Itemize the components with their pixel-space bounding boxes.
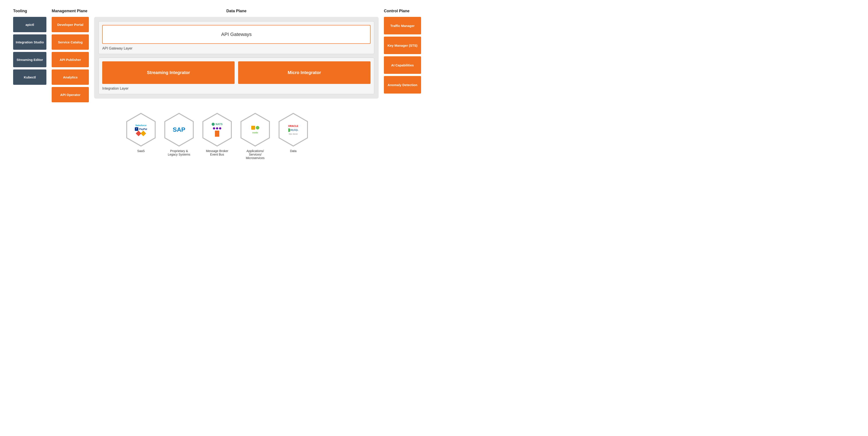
integration-layer-label: Integration Layer <box>102 87 371 90</box>
integration-boxes: Streaming Integrator Micro Integrator <box>102 61 371 84</box>
data-logos: ORACLE MySQL SQL Server <box>279 114 307 145</box>
control-traffic-manager[interactable]: Traffic Manager <box>384 17 421 34</box>
data-hexagon: ORACLE MySQL SQL Server <box>279 113 308 147</box>
cat-icon <box>251 126 255 130</box>
applications-hexagon: node <box>241 113 270 147</box>
node-logos: node <box>241 114 269 145</box>
nodejs-text: node <box>252 131 258 134</box>
control-plane-label: Control Plane <box>384 9 421 13</box>
management-label: Management Plane <box>52 9 89 13</box>
data-label: Data <box>290 149 297 153</box>
proprietary-label: Proprietary &Legacy Systems <box>168 149 190 156</box>
mgmt-items: Developer Portal Service Catalog API Pub… <box>52 17 89 102</box>
broker-icons-row <box>213 127 221 129</box>
mgmt-api-publisher[interactable]: API Publisher <box>52 52 89 67</box>
tooling-label: Tooling <box>13 9 46 13</box>
broker-hexagon: NATS <box>203 113 232 147</box>
tool-streaming-editor[interactable]: Streaming Editor <box>13 52 46 67</box>
api-gateway-layer: API Gateways API Gateway Layer <box>98 21 374 54</box>
sap-text: SAP <box>173 126 185 133</box>
paypal-icon: P <box>135 127 138 131</box>
applications-label: Applications/Services/Microservices <box>246 149 265 160</box>
api-gateways-box: API Gateways <box>102 25 371 44</box>
tech-data: ORACLE MySQL SQL Server Data <box>279 113 308 160</box>
management-column: Management Plane Developer Portal Servic… <box>52 9 89 102</box>
mgmt-api-operator[interactable]: API Operator <box>52 87 89 102</box>
control-items: Traffic Manager Key Manager (STS) AI Cap… <box>384 17 421 93</box>
broker-label: Message BrokerEvent Bus <box>206 149 228 156</box>
tool-apictl[interactable]: apictl <box>13 17 46 32</box>
nats-circle <box>212 123 215 126</box>
saas-logo-row2 <box>136 132 145 136</box>
paypal-logo: PayPal <box>139 128 147 130</box>
tech-saas: Salesforce P PayPal SaaS <box>126 113 156 160</box>
proprietary-hexagon: SAP <box>164 113 194 147</box>
technology-section: Salesforce P PayPal SaaS <box>13 113 421 160</box>
power-icon <box>256 126 259 129</box>
salesforce-logo: Salesforce <box>135 124 147 127</box>
saas-label: SaaS <box>137 149 145 153</box>
data-plane-column: Data Plane API Gateways API Gateway Laye… <box>94 9 379 98</box>
saas-hexagon: Salesforce P PayPal <box>126 113 156 147</box>
broker-dot1 <box>213 127 215 129</box>
sap-logo: SAP <box>165 114 193 145</box>
mysql-text: MySQL <box>291 129 298 131</box>
api-gateway-layer-label: API Gateway Layer <box>102 47 371 50</box>
sqlserver-text: SQL Server <box>289 133 298 135</box>
saas-logos: Salesforce P PayPal <box>127 114 155 145</box>
data-plane-label: Data Plane <box>94 9 379 13</box>
broker-logo-group: NATS <box>212 123 223 137</box>
data-plane-container: API Gateways API Gateway Layer Streaming… <box>94 17 379 98</box>
mysql-row: MySQL <box>288 128 298 132</box>
micro-integrator-box[interactable]: Micro Integrator <box>238 61 371 84</box>
tooling-column: Tooling apictl Integration Studio Stream… <box>13 9 46 85</box>
shape-orange-square <box>141 130 146 136</box>
tool-integration-studio[interactable]: Integration Studio <box>13 34 46 50</box>
node-row <box>251 126 259 130</box>
tool-kubectl[interactable]: Kubectl <box>13 69 46 85</box>
tech-proprietary: SAP Proprietary &Legacy Systems <box>164 113 194 160</box>
nats-text: NATS <box>216 123 223 126</box>
mgmt-analytics[interactable]: Analytics <box>52 69 89 85</box>
oracle-text: ORACLE <box>288 125 298 127</box>
main-container: Tooling apictl Integration Studio Stream… <box>13 9 421 160</box>
broker-shape <box>215 130 219 137</box>
control-plane-column: Control Plane Traffic Manager Key Manage… <box>384 9 421 93</box>
architecture-diagram: Tooling apictl Integration Studio Stream… <box>13 9 421 102</box>
tech-message-broker: NATS Message BrokerEvent Bus <box>203 113 232 160</box>
tooling-items: apictl Integration Studio Streaming Edit… <box>13 17 46 85</box>
broker-logos: NATS <box>203 114 231 145</box>
node-logo-group: node <box>251 126 259 134</box>
control-key-manager[interactable]: Key Manager (STS) <box>384 37 421 54</box>
integration-layer: Streaming Integrator Micro Integrator In… <box>98 58 374 94</box>
nats-row: NATS <box>212 123 223 126</box>
control-ai-capabilities[interactable]: AI Capabilities <box>384 56 421 74</box>
broker-dot3 <box>219 127 221 129</box>
tech-applications: node Applications/Services/Microservices <box>241 113 270 160</box>
broker-dot2 <box>216 127 218 129</box>
mgmt-developer-portal[interactable]: Developer Portal <box>52 17 89 32</box>
saas-logo-group: Salesforce P PayPal <box>135 124 147 136</box>
control-anomaly-detection[interactable]: Anomaly Detection <box>384 76 421 93</box>
mgmt-service-catalog[interactable]: Service Catalog <box>52 34 89 50</box>
saas-logo-row1: P PayPal <box>135 127 147 131</box>
data-logo-group: ORACLE MySQL SQL Server <box>288 125 298 135</box>
streaming-integrator-box[interactable]: Streaming Integrator <box>102 61 235 84</box>
mysql-leaf <box>288 128 290 132</box>
